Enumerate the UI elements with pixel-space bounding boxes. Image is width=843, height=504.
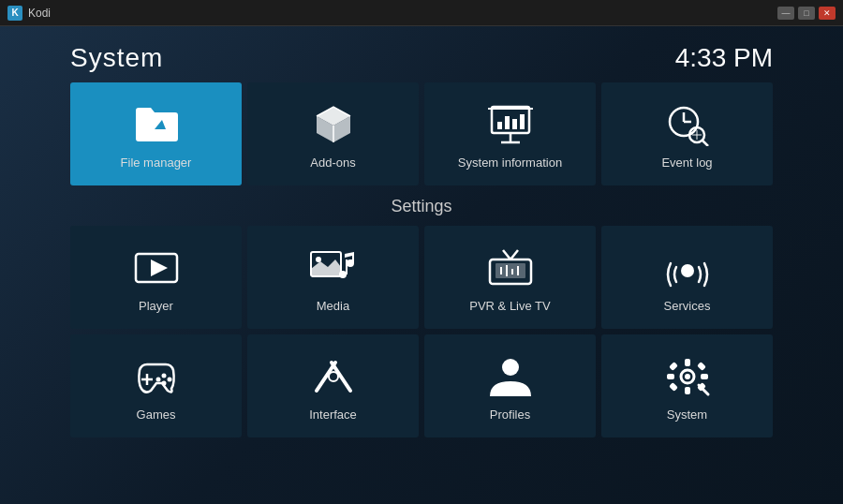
games-label: Games: [137, 408, 176, 422]
svg-point-35: [167, 377, 171, 381]
eventlog-icon: [663, 103, 712, 146]
app-icon: K: [7, 6, 22, 21]
svg-rect-45: [685, 359, 690, 366]
close-button[interactable]: ✕: [819, 7, 836, 20]
page-title: System: [70, 43, 163, 73]
svg-point-21: [339, 271, 347, 278]
sysinfo-icon: [486, 103, 535, 146]
svg-rect-6: [497, 122, 502, 129]
event-log-label: Event log: [661, 156, 712, 170]
grid-item-pvr-live-tv[interactable]: PVR & Live TV: [424, 226, 596, 329]
folder-icon: [132, 103, 181, 146]
grid-item-interface[interactable]: Interface: [247, 334, 419, 437]
grid-item-system[interactable]: System: [601, 334, 773, 437]
media-label: Media: [317, 299, 349, 313]
svg-line-24: [510, 250, 518, 259]
player-icon: [132, 246, 181, 289]
grid-item-player[interactable]: Player: [70, 226, 242, 329]
grid-item-event-log[interactable]: Event log: [601, 82, 773, 185]
svg-point-31: [681, 264, 694, 277]
services-icon: [663, 246, 712, 289]
file-manager-label: File manager: [121, 156, 192, 170]
svg-rect-46: [685, 387, 690, 394]
svg-point-44: [685, 374, 690, 379]
main-content: System 4:33 PM File manager Add-ons: [0, 26, 843, 504]
player-label: Player: [139, 299, 173, 313]
addons-icon: [309, 103, 358, 146]
grid-item-system-information[interactable]: System information: [424, 82, 596, 185]
svg-line-14: [702, 141, 708, 146]
pvr-live-tv-label: PVR & Live TV: [469, 299, 550, 313]
window-controls[interactable]: — □ ✕: [777, 7, 836, 20]
svg-rect-9: [520, 114, 525, 129]
svg-rect-7: [505, 116, 510, 129]
svg-rect-48: [701, 374, 708, 379]
svg-point-37: [155, 377, 160, 381]
grid-item-media[interactable]: Media: [247, 226, 419, 329]
app-name: Kodi: [28, 7, 51, 20]
svg-point-42: [502, 359, 519, 376]
svg-marker-18: [151, 259, 168, 276]
svg-point-36: [161, 380, 166, 385]
pvr-icon: [486, 246, 535, 289]
svg-point-1: [163, 113, 169, 119]
svg-rect-47: [667, 374, 674, 379]
grid-item-file-manager[interactable]: File manager: [70, 82, 242, 185]
system-label: System: [667, 408, 707, 422]
svg-point-34: [161, 373, 166, 378]
header: System 4:33 PM: [70, 26, 773, 82]
grid-item-add-ons[interactable]: Add-ons: [247, 82, 419, 185]
interface-icon: [309, 355, 358, 398]
svg-rect-51: [669, 382, 678, 392]
settings-section-label: Settings: [70, 185, 773, 226]
add-ons-label: Add-ons: [310, 156, 355, 170]
profiles-icon: [486, 355, 535, 398]
services-label: Services: [664, 299, 711, 313]
grid-item-profiles[interactable]: Profiles: [424, 334, 596, 437]
maximize-button[interactable]: □: [798, 7, 815, 20]
svg-rect-50: [697, 362, 706, 371]
interface-label: Interface: [309, 408, 357, 422]
profiles-label: Profiles: [490, 408, 530, 422]
grid-item-games[interactable]: Games: [70, 334, 242, 437]
svg-rect-26: [495, 263, 525, 278]
system-icon: [663, 355, 712, 398]
svg-rect-49: [669, 362, 678, 371]
settings-row2-grid: Games Interface Profiles: [70, 334, 773, 437]
clock-display: 4:33 PM: [675, 43, 773, 73]
media-icon: [309, 246, 358, 289]
minimize-button[interactable]: —: [777, 7, 794, 20]
svg-rect-8: [512, 119, 517, 129]
title-bar-left: K Kodi: [7, 6, 51, 21]
svg-line-23: [503, 250, 510, 259]
title-bar: K Kodi — □ ✕: [0, 0, 843, 26]
top-grid: File manager Add-ons: [70, 82, 773, 185]
settings-row1-grid: Player Media: [70, 226, 773, 329]
games-icon: [132, 355, 181, 398]
grid-item-services[interactable]: Services: [601, 226, 773, 329]
system-information-label: System information: [458, 156, 562, 170]
